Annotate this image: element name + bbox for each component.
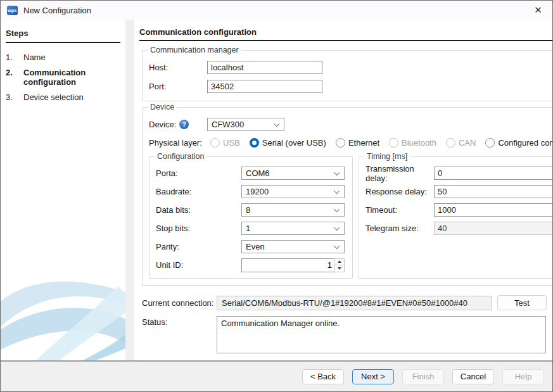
current-connection-value: Serial/COM6/Modbus-RTU/@1#19200#8#1#EVEN… [217, 296, 492, 310]
transmission-delay-input[interactable] [434, 167, 553, 180]
status-label: Status: [142, 316, 217, 327]
radio-circle-icon [336, 138, 345, 148]
data-bits-select[interactable]: 8 [241, 203, 345, 217]
timeout-label: Timeout: [365, 205, 434, 215]
current-connection-label: Current connection: [142, 298, 217, 308]
radio-can: CAN [446, 138, 476, 148]
porta-row: Porta: COM6 [156, 167, 345, 180]
radio-configured-connections[interactable]: Configured connections [485, 138, 553, 148]
host-input[interactable] [207, 61, 322, 74]
chevron-down-icon [274, 121, 279, 127]
radio-usb: USB [210, 138, 240, 148]
physical-layer-row: Physical layer: USB Serial (over USB) [149, 138, 553, 148]
step-item-name: 1. Name [6, 53, 120, 62]
response-delay-label: Response delay: [365, 187, 434, 196]
baudrate-select[interactable]: 19200 [241, 185, 345, 198]
stop-bits-select-value: 1 [246, 224, 250, 233]
telegram-size-label: Telegram size: [365, 224, 434, 233]
radio-circle-icon [389, 138, 398, 148]
porta-select-value: COM6 [246, 168, 270, 178]
timing-group: Timing [ms] Transmission delay: Response… [359, 156, 553, 279]
port-input[interactable] [207, 80, 322, 93]
transmission-delay-label: Transmission delay: [365, 164, 434, 183]
unit-id-stepper [241, 258, 345, 272]
device-group: Device Device: ? CFW300 Physical layer: [142, 107, 553, 286]
step-label: Device selection [23, 92, 103, 102]
stop-bits-select[interactable]: 1 [241, 222, 345, 235]
finish-button: Finish [402, 369, 444, 384]
data-bits-select-value: 8 [246, 205, 250, 215]
radio-circle-icon [446, 138, 455, 148]
baudrate-label: Baudrate: [156, 187, 241, 196]
test-button[interactable]: Test [497, 295, 547, 310]
chevron-down-icon [334, 188, 340, 194]
step-number: 1. [6, 53, 23, 62]
communication-manager-group: Communication manager Host: Port: [142, 50, 553, 101]
radio-circle-icon [250, 138, 259, 148]
parity-label: Parity: [156, 242, 241, 251]
parity-row: Parity: Even [156, 240, 345, 253]
host-label: Host: [149, 63, 207, 72]
chevron-down-icon [334, 206, 340, 212]
next-button[interactable]: Next > [352, 369, 394, 384]
radio-label: CAN [459, 138, 476, 148]
wizard-page-content: Communication configuration Communicatio… [134, 20, 553, 360]
porta-select[interactable]: COM6 [241, 167, 345, 180]
response-delay-input[interactable] [434, 185, 553, 198]
data-bits-label: Data bits: [156, 205, 241, 215]
cancel-button[interactable]: Cancel [452, 369, 494, 384]
chevron-down-icon [334, 225, 340, 231]
telegram-size-input [434, 222, 553, 235]
device-row: Device: ? CFW300 [149, 118, 553, 131]
radio-circle-icon [485, 138, 495, 148]
unit-id-label: Unit ID: [156, 260, 241, 270]
sidebar-content-divider [125, 20, 134, 360]
radio-circle-icon [210, 138, 220, 148]
radio-label: Configured connections [498, 138, 553, 148]
wizard-button-bar: < Back Next > Finish Cancel Help [1, 360, 552, 391]
spinner-down-icon[interactable] [334, 265, 345, 272]
status-row: Status: Communication Manager online. [142, 316, 553, 353]
status-textarea[interactable]: Communication Manager online. [217, 316, 546, 353]
step-label: Communication configuration [23, 68, 103, 87]
page-title: Communication configuration [139, 27, 553, 41]
porta-label: Porta: [156, 168, 241, 178]
new-configuration-dialog: wps New Configuration ✕ Steps 1. Name 2.… [0, 0, 553, 392]
group-title: Configuration [155, 152, 207, 161]
physical-layer-label: Physical layer: [149, 138, 210, 148]
radio-label: USB [223, 138, 240, 148]
back-button[interactable]: < Back [302, 369, 344, 384]
radio-label: Bluetooth [402, 138, 436, 148]
window-title: New Configuration [23, 6, 91, 15]
response-delay-row: Response delay: [365, 185, 553, 198]
group-title: Timing [ms] [364, 152, 410, 161]
step-item-communication-configuration: 2. Communication configuration [6, 68, 120, 87]
step-number: 2. [6, 68, 23, 87]
step-item-device-selection: 3. Device selection [6, 92, 120, 102]
spinner-up-icon[interactable] [334, 258, 345, 266]
device-select[interactable]: CFW300 [207, 118, 284, 131]
group-title: Device [148, 103, 177, 111]
steps-heading: Steps [6, 28, 120, 43]
port-row: Port: [149, 80, 553, 93]
radio-serial-over-usb[interactable]: Serial (over USB) [250, 138, 326, 148]
radio-ethernet[interactable]: Ethernet [336, 138, 379, 148]
help-icon[interactable]: ? [179, 120, 189, 129]
baudrate-select-value: 19200 [246, 187, 269, 196]
help-button: Help [502, 369, 544, 384]
unit-id-input[interactable] [241, 258, 334, 272]
unit-id-row: Unit ID: [156, 258, 345, 272]
host-row: Host: [149, 61, 553, 74]
device-select-value: CFW300 [212, 120, 244, 129]
timeout-input[interactable] [434, 203, 553, 217]
group-title: Communication manager [148, 46, 241, 54]
wps-logo-icon: wps [7, 6, 18, 15]
stop-bits-row: Stop bits: 1 [156, 222, 345, 235]
steps-sidebar: Steps 1. Name 2. Communication configura… [1, 20, 125, 360]
transmission-delay-row: Transmission delay: [365, 167, 553, 180]
data-bits-row: Data bits: 8 [156, 203, 345, 217]
port-label: Port: [149, 82, 207, 91]
close-icon[interactable]: ✕ [524, 1, 552, 20]
telegram-size-row: Telegram size: [365, 222, 553, 235]
parity-select[interactable]: Even [241, 240, 345, 253]
